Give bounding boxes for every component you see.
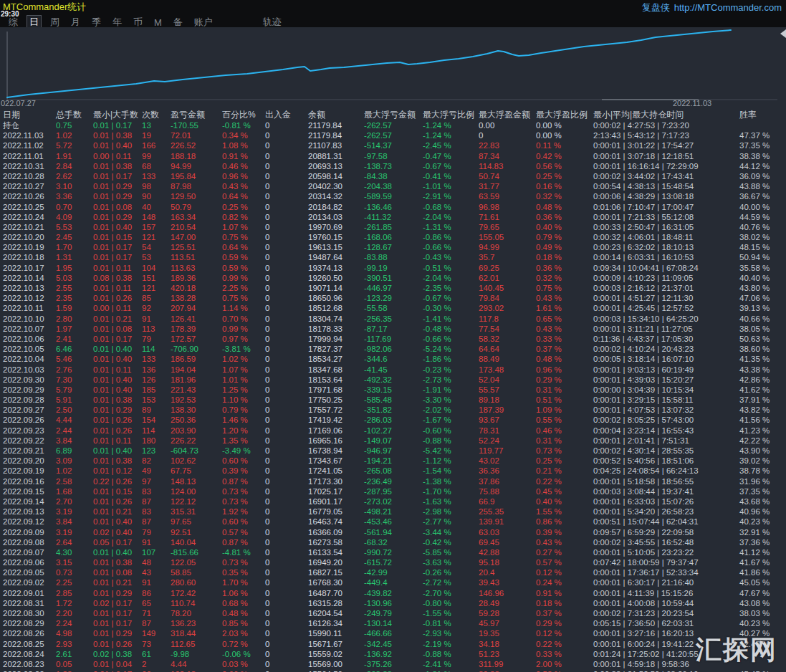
table-row[interactable]: 2022.10.102.800.01 | 0.2191126.410.70 %0… (0, 314, 786, 324)
table-row[interactable]: 2022.11.011.910.00 | 0.1199188.180.91 %0… (0, 151, 786, 161)
table-row[interactable]: 2022.08.230.050.01 | 0.0424.440.03 %0155… (0, 659, 786, 669)
column-header-balance[interactable]: 余额 (307, 110, 363, 120)
table-row[interactable]: 2022.10.045.460.01 | 0.40133186.591.02 %… (0, 354, 786, 364)
table-row[interactable]: 2022.10.071.970.01 | 0.08113178.390.99 %… (0, 324, 786, 334)
table-row[interactable]: 2022.09.223.840.01 | 0.11180226.221.35 %… (0, 436, 786, 446)
table-row[interactable]: 2022.08.221.880.01 | 0.1766102.130.66 %0… (0, 669, 786, 672)
table-row[interactable]: 2022.10.111.590.00 | 0.1192207.941.14 %0… (0, 303, 786, 313)
column-header-profit_pct[interactable]: 百分比% (221, 110, 264, 120)
table-row[interactable]: 2022.10.145.030.08 | 0.38151189.360.99 %… (0, 273, 786, 283)
table-row[interactable]: 2022.10.171.950.01 | 0.11104113.630.59 %… (0, 263, 786, 273)
table-row[interactable]: 2022.09.307.300.01 | 0.40126181.961.01 %… (0, 375, 786, 385)
tab-M[interactable]: M (151, 16, 165, 29)
table-row[interactable]: 2022.09.295.790.01 | 0.40185221.431.25 %… (0, 385, 786, 395)
cell-max_float_loss_pct: -1.12 % (421, 456, 477, 466)
table-row[interactable]: 2022.09.264.440.01 | 0.26154250.361.46 %… (0, 415, 786, 425)
table-row[interactable]: 2022.08.292.240.01 | 0.1787136.230.85 %0… (0, 618, 786, 628)
table-row[interactable]: 2022.09.050.730.01 | 0.084358.850.35 %01… (0, 567, 786, 577)
table-row[interactable]: 2022.09.203.090.01 | 0.3882102.620.60 %0… (0, 456, 786, 466)
cell-trades: 104 (140, 263, 169, 273)
table-row[interactable]: 2022.10.181.310.01 | 0.1753113.510.59 %0… (0, 252, 786, 262)
column-header-cash_flow[interactable]: 出入金 (264, 110, 307, 120)
cell-cash_flow: 0 (264, 415, 307, 425)
cell-lot_min_max: 0.01 | 0.11 (92, 365, 140, 375)
column-header-max_float_profit_pct[interactable]: 最大浮盈比例 (535, 110, 592, 120)
column-header-trades[interactable]: 次数 (140, 110, 169, 120)
table-row[interactable]: 2022.09.162.580.22 | 0.2697148.130.87 %0… (0, 476, 786, 486)
table-row[interactable]: 2022.08.311.720.02 | 0.1765110.740.68 %0… (0, 598, 786, 608)
table-row[interactable]: 2022.09.216.890.01 | 0.40123-604.73-3.49… (0, 446, 786, 456)
table-row[interactable]: 2022.10.202.450.01 | 0.15121147.000.75 %… (0, 232, 786, 242)
table-row[interactable]: 2022.11.031.020.01 | 0.381972.010.34 %02… (0, 130, 786, 140)
cell-trades: 121 (140, 283, 169, 293)
cell-profit: 125.51 (169, 242, 221, 252)
cell-balance: 19260.50 (307, 273, 363, 283)
column-header-profit[interactable]: 盈亏金额 (169, 110, 221, 120)
cell-total_lots: 2.24 (54, 618, 92, 628)
table-row[interactable]: 2022.09.093.190.02 | 0.407992.510.57 %01… (0, 527, 786, 537)
table-row[interactable]: 2022.10.244.090.01 | 0.29148163.340.82 %… (0, 212, 786, 222)
cell-max_float_loss: -561.94 (363, 527, 421, 537)
table-row[interactable]: 2022.08.302.200.01 | 0.177178.200.48 %01… (0, 608, 786, 618)
column-header-lot_min_max[interactable]: 最小|大手数 (92, 110, 140, 120)
column-header-max_float_loss[interactable]: 最大浮亏金额 (363, 110, 421, 120)
table-row[interactable]: 2022.10.062.410.01 | 0.1779172.570.97 %0… (0, 334, 786, 344)
table-row[interactable]: 2022.10.122.350.01 | 0.2685138.280.75 %0… (0, 293, 786, 303)
cell-trades: 65 (140, 598, 169, 608)
table-row[interactable]: 2022.09.063.150.01 | 0.3848122.050.73 %0… (0, 557, 786, 567)
table-row[interactable]: 2022.08.242.610.02 | 0.3861-9.98-0.06 %0… (0, 649, 786, 659)
table-row[interactable]: 2022.10.132.550.01 | 0.11121420.182.25 %… (0, 283, 786, 293)
table-row[interactable]: 2022.10.282.620.01 | 0.17133195.840.96 %… (0, 171, 786, 181)
cell-balance: 16768.30 (307, 577, 363, 587)
cell-profit_pct: 0.73 % (221, 496, 264, 507)
table-row[interactable]: 2022.08.264.980.01 | 0.29149318.442.03 %… (0, 628, 786, 638)
chart-handle-icon[interactable] (780, 29, 786, 38)
brand-name[interactable]: 复盘侠 (642, 2, 670, 13)
cell-max_float_profit: 59.28 (477, 608, 535, 618)
table-row[interactable]: 2022.10.056.460.01 | 0.40114-706.90-3.81… (0, 344, 786, 354)
cell-max_float_loss: -344.6 (363, 354, 421, 364)
column-header-max_float_profit[interactable]: 最大浮盈金额 (477, 110, 535, 120)
table-row[interactable]: 2022.09.272.500.01 | 0.2989138.300.79 %0… (0, 405, 786, 415)
cell-balance: 20693.13 (307, 161, 363, 171)
table-row[interactable]: 2022.10.215.530.01 | 0.40157210.541.07 %… (0, 222, 786, 232)
table-row[interactable]: 2022.09.022.250.01 | 0.2191280.601.70 %0… (0, 577, 786, 587)
table-row[interactable]: 2022.11.025.720.01 | 0.40166226.521.08 %… (0, 140, 786, 150)
column-header-date[interactable]: 日期 (0, 110, 54, 120)
cell-max_float_loss: -453.46 (363, 517, 421, 527)
table-row[interactable]: 2022.08.252.930.01 | 0.2673112.650.72 %0… (0, 639, 786, 649)
table-row[interactable]: 2022.09.082.640.05 | 0.1791140.040.87 %0… (0, 537, 786, 547)
cell-hold_time_min_avg_max: 0:00:01 | 6:33:03 | 15:07:26 (592, 496, 738, 507)
column-header-max_float_loss_pct[interactable]: 最大浮亏比例 (421, 110, 477, 120)
table-row[interactable]: 持仓0.750.01 | 0.1713-170.55-0.81 %021179.… (0, 120, 786, 130)
column-header-win_rate[interactable]: 胜率 (738, 110, 786, 120)
cell-lot_min_max: 0.01 | 0.21 (92, 314, 140, 324)
column-header-hold_time_min_avg_max[interactable]: 最小|平均|最大持仓时间 (592, 110, 738, 120)
table-row[interactable]: 2022.10.273.100.01 | 0.299887.980.43 %02… (0, 181, 786, 191)
cell-trades: 87 (140, 496, 169, 507)
table-row[interactable]: 2022.09.133.190.01 | 0.2183315.311.92 %0… (0, 507, 786, 517)
column-header-total_lots[interactable]: 总手数 (54, 110, 92, 120)
table-row[interactable]: 2022.09.191.020.01 | 0.124967.750.39 %01… (0, 466, 786, 476)
table-row[interactable]: 2022.10.312.840.01 | 0.386894.990.46 %02… (0, 161, 786, 171)
cell-max_float_profit_pct: 0.79 % (535, 232, 592, 242)
table-row[interactable]: 2022.10.263.360.01 | 0.2990129.500.64 %0… (0, 191, 786, 201)
table-row[interactable]: 2022.09.123.840.01 | 0.408797.650.60 %01… (0, 517, 786, 527)
table-row[interactable]: 2022.09.151.680.01 | 0.1583124.000.73 %0… (0, 486, 786, 496)
table-row[interactable]: 2022.09.285.910.01 | 0.38153192.531.10 %… (0, 395, 786, 405)
cell-trades: 107 (140, 547, 169, 557)
table-row[interactable]: 2022.10.032.760.01 | 0.11136194.041.07 %… (0, 365, 786, 375)
cell-profit_pct: 0.87 % (221, 537, 264, 547)
table-row[interactable]: 2022.09.232.440.01 | 0.26114203.901.20 %… (0, 426, 786, 436)
cell-profit: 113.63 (169, 263, 221, 273)
table-row[interactable]: 2022.09.012.850.01 | 0.2986172.421.06 %0… (0, 588, 786, 598)
brand-url-link[interactable]: http://MTCommander.com (674, 2, 782, 13)
cell-profit: 315.31 (169, 507, 221, 517)
table-row[interactable]: 2022.10.191.700.01 | 0.1754125.510.64 %0… (0, 242, 786, 252)
table-row[interactable]: 2022.10.250.700.01 | 0.084050.790.25 %02… (0, 202, 786, 212)
table-row[interactable]: 2022.09.074.300.01 | 0.40107-815.66-4.81… (0, 547, 786, 557)
table-row[interactable]: 2022.09.142.700.01 | 0.2687122.120.73 %0… (0, 496, 786, 507)
cell-lot_min_max: 0.02 | 0.40 (92, 527, 140, 537)
cell-win_rate: 50.94 % (738, 252, 786, 262)
cell-max_float_profit_pct: 0.25 % (535, 171, 592, 181)
